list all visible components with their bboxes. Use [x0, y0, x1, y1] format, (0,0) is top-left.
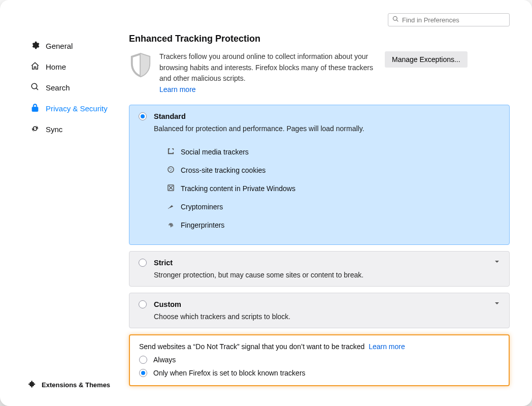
etp-option-subtitle: Choose which trackers and scripts to blo…: [154, 313, 487, 321]
sidebar-item-home[interactable]: Home: [28, 56, 124, 77]
etp-learn-more-link[interactable]: Learn more: [159, 85, 196, 93]
gear-icon: [30, 41, 40, 51]
search-icon: [392, 16, 399, 24]
dnt-learn-more-link[interactable]: Learn more: [369, 342, 405, 351]
dnt-option-label: Only when Firefox is set to block known …: [153, 369, 306, 377]
radio-standard[interactable]: [139, 112, 147, 120]
sidebar-item-label: Home: [46, 63, 66, 71]
sidebar-item-privacy[interactable]: Privacy & Security: [28, 98, 124, 119]
etp-option-subtitle: Stronger protection, but may cause some …: [154, 271, 487, 279]
svg-point-2: [171, 168, 172, 169]
puzzle-icon: [28, 380, 37, 390]
search-icon: [30, 82, 40, 93]
home-icon: [30, 61, 40, 72]
fingerprint-icon: [167, 221, 175, 230]
manage-exceptions-button[interactable]: Manage Exceptions...: [385, 51, 468, 68]
etp-option-title: Standard: [154, 112, 186, 120]
search-input[interactable]: Find in Preferences: [388, 13, 510, 26]
etp-summary-block: Trackers follow you around online to col…: [159, 51, 378, 96]
dnt-option-always[interactable]: Always: [139, 356, 500, 364]
shield-icon: [129, 51, 152, 81]
cryptominer-icon: [167, 202, 175, 211]
tracker-label: Social media trackers: [181, 148, 249, 156]
dnt-option-known-trackers[interactable]: Only when Firefox is set to block known …: [139, 369, 500, 377]
tracking-content-icon: [167, 184, 175, 193]
tracker-label: Cross-site tracking cookies: [181, 166, 265, 174]
etp-option-subtitle: Balanced for protection and performance.…: [154, 124, 500, 133]
sidebar-item-label: Extensions & Themes: [42, 381, 110, 389]
chevron-down-icon: [493, 258, 501, 266]
social-trackers-icon: [167, 147, 175, 157]
sidebar-item-search[interactable]: Search: [28, 77, 124, 98]
sidebar: General Home Search: [28, 32, 124, 394]
preferences-window: Find in Preferences General Home: [0, 0, 532, 406]
sidebar-item-extensions[interactable]: Extensions & Themes: [28, 376, 124, 394]
etp-summary: Trackers follow you around online to col…: [159, 52, 373, 82]
sidebar-item-label: General: [46, 42, 73, 50]
sidebar-item-label: Search: [46, 83, 70, 92]
tracker-label: Fingerprinters: [181, 221, 224, 229]
radio-dnt-always[interactable]: [139, 356, 147, 364]
sidebar-item-general[interactable]: General: [28, 36, 124, 56]
etp-option-title: Custom: [154, 300, 181, 308]
etp-option-title: Strict: [154, 259, 173, 267]
lock-icon: [30, 103, 40, 114]
sidebar-item-label: Privacy & Security: [46, 104, 108, 113]
sync-icon: [30, 124, 40, 135]
svg-point-3: [171, 170, 172, 171]
dnt-section: Send websites a “Do Not Track” signal th…: [129, 334, 510, 386]
sidebar-item-label: Sync: [46, 125, 62, 134]
section-title: Enhanced Tracking Protection: [129, 34, 510, 44]
radio-dnt-known[interactable]: [139, 369, 147, 377]
tracker-list: Social media trackers Cross-site trackin…: [167, 143, 500, 234]
search-placeholder: Find in Preferences: [402, 16, 459, 24]
etp-option-custom[interactable]: Custom Choose which trackers and scripts…: [129, 293, 510, 328]
tracker-label: Cryptominers: [181, 203, 223, 211]
radio-strict[interactable]: [139, 259, 147, 267]
dnt-intro-text: Send websites a “Do Not Track” signal th…: [139, 342, 364, 351]
sidebar-item-sync[interactable]: Sync: [28, 119, 124, 140]
main-content: Enhanced Tracking Protection Trackers fo…: [129, 32, 510, 394]
chevron-down-icon: [493, 299, 501, 307]
tracker-label: Tracking content in Private Windows: [181, 184, 295, 193]
radio-custom[interactable]: [139, 300, 147, 308]
svg-point-0: [168, 167, 174, 172]
svg-point-1: [170, 168, 171, 169]
etp-option-strict[interactable]: Strict Stronger protection, but may caus…: [129, 251, 510, 287]
cookie-icon: [167, 166, 175, 175]
etp-intro: Trackers follow you around online to col…: [129, 51, 510, 96]
dnt-option-label: Always: [153, 356, 176, 364]
etp-option-standard[interactable]: Standard Balanced for protection and per…: [129, 105, 510, 245]
topbar: Find in Preferences: [28, 13, 510, 26]
